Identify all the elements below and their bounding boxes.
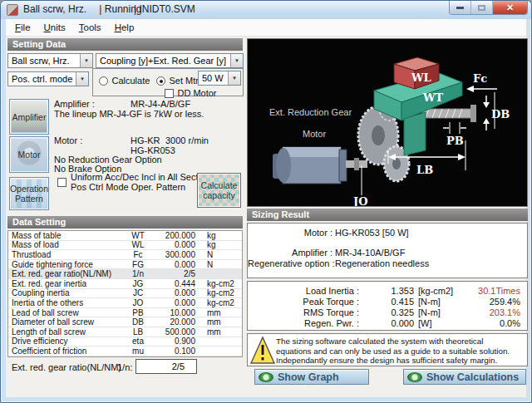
control-mode-value: Pos. ctrl. mode (8, 74, 76, 84)
radio-icon[interactable] (99, 76, 108, 86)
diagram-label-fc: Fc (473, 72, 487, 85)
table-row[interactable]: Guide tightening forceFG0.000N (8, 260, 242, 270)
title-file: | INIDT0.SVM (134, 3, 195, 15)
amplifier-button[interactable]: Amplifier (9, 99, 49, 135)
metric-regen-pwr-unit: [W] (414, 318, 474, 328)
minimize-icon (456, 7, 464, 9)
calculate-radio[interactable]: Calculate (99, 72, 150, 87)
table-row[interactable]: Coupling inertiaJC0.000kg-cm2 (8, 289, 242, 299)
diagram-label-ext-gear: Ext. Reduction Gear (269, 107, 352, 117)
amplifier-button-label: Amplifier (12, 112, 47, 122)
edit-field-label: Ext. red. gear ratio(NL/NM) (12, 362, 121, 372)
motor-button-label: Motor (18, 150, 41, 160)
control-mode-dropdown[interactable]: Pos. ctrl. mode ▼ (7, 71, 89, 86)
diagram-label-jo: JO (352, 195, 367, 206)
mechanism-dropdown[interactable]: Ball scrw, Hrz. ▼ (7, 53, 93, 68)
diagram-label-wl: WL (411, 71, 431, 84)
calc-capacity-label2: capacity (203, 190, 235, 200)
metric-peak-torque-value: 0.415 (359, 297, 414, 307)
minimize-button[interactable] (450, 1, 471, 14)
eye-icon (407, 372, 422, 382)
chevron-down-icon[interactable]: ▼ (80, 54, 92, 67)
table-row[interactable]: Mass of tableWT200.000kg (8, 231, 242, 241)
operation-button-label2: Pattern (15, 194, 43, 204)
close-button[interactable]: ✕ (493, 1, 527, 14)
chevron-down-icon[interactable]: ▼ (228, 71, 240, 85)
warning-line-2: equations and can only be used as a guid… (276, 346, 510, 356)
ball-screw-illustration: WL WT Fc DB PB LB JO Ext. Reduction Gear… (248, 39, 527, 206)
diagram-label-motor: Motor (303, 129, 326, 139)
table-row[interactable]: Coefficient of frictionmu0.100 (8, 346, 242, 356)
metric-rms-torque-ratio: 203.1% (474, 307, 527, 317)
edit-value-input[interactable] (135, 359, 197, 374)
warning-text: The sizing software calculated the syste… (276, 337, 510, 366)
menu-file[interactable]: File (8, 21, 37, 34)
diagram-label-lb: LB (416, 164, 433, 176)
table-row[interactable]: Mass of loadWL0.000kg (8, 241, 242, 251)
metric-load-inertia-ratio: 30.1Times (474, 286, 527, 296)
calculate-radio-label: Calculate (111, 76, 150, 86)
capacity-value: 50 W (199, 73, 228, 83)
data-setting-header: Data Setting (7, 216, 243, 229)
operation-pattern-button[interactable]: Operation Pattern (9, 177, 49, 210)
diagram-label-db: DB (491, 108, 510, 120)
table-row[interactable]: Drive efficiencyeta0.900 (8, 337, 242, 347)
calc-capacity-label1: Calculate (201, 180, 238, 190)
result-motor-value: HG-KR053 [50 W] (332, 228, 409, 238)
app-window: Ball scrw, Hrz. | Running | INIDT0.SVM ✕… (0, 0, 532, 403)
table-row[interactable]: Ext. red. gear inertiaJG0.444kg-cm2 (8, 279, 242, 289)
dd-motor-checkbox[interactable]: DD Motor (165, 85, 217, 100)
amplifier-label: Amplifier : (54, 99, 95, 109)
warning-line-1: The sizing software calculated the syste… (276, 337, 510, 346)
chevron-down-icon[interactable]: ▼ (76, 72, 88, 86)
warning-triangle-icon (250, 336, 275, 366)
calculate-capacity-button[interactable]: Calculate capacity (197, 173, 241, 208)
table-row[interactable]: ThrustloadFc300.000N (8, 250, 242, 260)
uniform-accdec-label1: Uniform Acc/Dec Incl in All Sect. of (71, 172, 211, 182)
motor-button[interactable]: Motor (9, 136, 49, 173)
edit-field-symbol: 1/n: (117, 362, 132, 372)
menu-tools[interactable]: Tools (72, 21, 108, 34)
show-calculations-button[interactable]: Show Calculations (403, 369, 526, 385)
coupling-dropdown[interactable]: Coupling [y]+Ext. Red. Gear [y] ▼ (96, 53, 244, 68)
checkbox-icon[interactable] (165, 89, 174, 98)
sizing-result-metrics-box: Load Inertia : 1.353 [kg-cm2] 30.1Times … (247, 281, 528, 331)
uniform-accdec-label2: Pos Ctrl Mode Oper. Pattern (71, 182, 185, 192)
sizing-result-selection-box: Motor : HG-KR053 [50 W] Amplifier : MR-J… (247, 223, 528, 278)
eye-icon (259, 372, 273, 382)
window-title: Ball scrw, Hrz. | Running | INIDT0.SVM (23, 3, 142, 15)
metric-peak-torque-ratio: 259.4% (474, 297, 527, 307)
menu-help[interactable]: Help (108, 21, 141, 34)
motor-speed: 3000 r/min (165, 135, 209, 145)
maximize-icon (478, 5, 485, 11)
amplifier-note: The lineup MR-J4-GF is 7kW or less. (54, 109, 204, 119)
result-motor-label: Motor : (248, 228, 332, 238)
menu-units[interactable]: Units (37, 21, 72, 34)
capacity-dropdown[interactable]: 50 W ▼ (198, 71, 241, 86)
title-bar[interactable]: Ball scrw, Hrz. | Running | INIDT0.SVM ✕ (1, 1, 531, 19)
amplifier-value: MR-J4-A/B/GF (131, 99, 190, 109)
metric-regen-pwr-label: Regen. Pwr. : (248, 318, 359, 328)
data-setting-table: Mass of tableWT200.000kg Mass of loadWL0… (7, 230, 243, 357)
metric-regen-pwr-ratio: 0.0% (474, 318, 527, 328)
chevron-down-icon[interactable]: ▼ (230, 54, 243, 67)
motor-selection-group: Calculate Set Mtr 50 W ▼ DD Motor (92, 68, 244, 96)
metric-peak-torque-label: Peak Torque : (248, 297, 359, 307)
setting-data-header: Setting Data (7, 38, 243, 51)
uniform-accdec-checkbox[interactable] (57, 178, 66, 187)
metric-rms-torque-label: RMS Torque : (248, 307, 359, 317)
table-row[interactable]: Inertia of the othersJO0.000kg-cm2 (8, 298, 242, 308)
show-graph-button[interactable]: Show Graph (254, 369, 369, 385)
warning-line-3: Independantly ensure the design has suff… (276, 356, 510, 366)
table-row-selected[interactable]: Ext. red. gear ratio(NL/NM)1/n2/5 (8, 269, 242, 279)
table-row[interactable]: Diameter of ball screwDB20.000mm (8, 317, 242, 327)
table-row[interactable]: Lead of ball screwPB10.000mm (8, 308, 242, 318)
warning-box: The sizing software calculated the syste… (247, 333, 528, 366)
show-graph-label: Show Graph (278, 371, 339, 383)
metric-rms-torque-unit: [N-m] (414, 307, 474, 317)
close-icon: ✕ (506, 3, 514, 12)
mechanism-value: Ball scrw, Hrz. (8, 56, 80, 66)
maximize-button[interactable] (471, 1, 493, 14)
show-calculations-label: Show Calculations (426, 371, 519, 383)
table-row[interactable]: Length of ball screwLB500.000mm (8, 327, 242, 337)
